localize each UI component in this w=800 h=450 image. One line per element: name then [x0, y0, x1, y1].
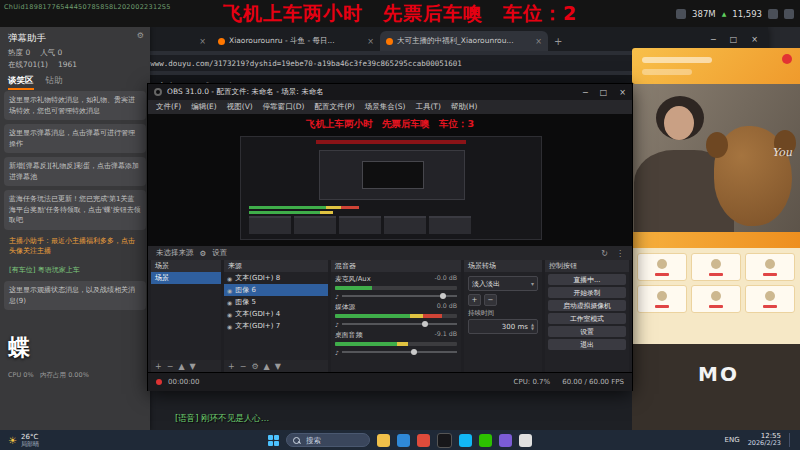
show-desktop-button[interactable] — [789, 433, 792, 447]
sources-dock-header: 来源 — [224, 260, 328, 272]
slider-knob[interactable] — [422, 321, 428, 327]
visibility-eye-icon[interactable]: ◉ — [227, 299, 232, 306]
source-up-icon[interactable]: ▲ — [264, 362, 270, 371]
obs-maximize-button[interactable]: □ — [600, 88, 608, 97]
source-item[interactable]: ◉ 文本(GDI+) 7 — [224, 320, 328, 332]
duration-spinner[interactable]: 300 ms ▲ ▼ — [468, 319, 538, 334]
browser-tab-douyu-home[interactable]: Xiaorourounru - 斗鱼 - 每日... × — [212, 31, 380, 51]
source-item[interactable]: ◉ 图像 5 — [224, 296, 328, 308]
gift-item[interactable] — [691, 285, 741, 313]
menu-view[interactable]: 视图(V) — [227, 102, 253, 112]
obs-close-button[interactable]: × — [619, 88, 626, 97]
promo-banner[interactable] — [632, 48, 800, 84]
taskbar-app-file-explorer[interactable] — [377, 434, 390, 447]
add-scene-icon[interactable]: + — [155, 362, 162, 371]
virtual-camera-button[interactable]: 启动虚拟摄像机 — [548, 300, 626, 311]
menu-help[interactable]: 帮助(H) — [451, 102, 478, 112]
obs-titlebar[interactable]: OBS 31.0.0 - 配置文件: 未命名 - 场景: 未命名 ─ □ × — [148, 84, 632, 100]
visibility-eye-icon[interactable]: ◉ — [227, 287, 232, 294]
taskbar-app-wechat[interactable] — [479, 434, 492, 447]
source-properties-gear-icon[interactable]: ⚙ — [200, 249, 207, 258]
fps-counter: 60.00 / 60.00 FPS — [562, 378, 624, 386]
menu-file[interactable]: 文件(F) — [156, 102, 181, 112]
gift-item[interactable] — [745, 285, 795, 313]
tab-assist[interactable]: 钻助 — [46, 75, 63, 90]
speaker-icon[interactable]: ♪ — [335, 349, 339, 356]
new-tab-button[interactable]: + — [554, 36, 562, 47]
streaming-live-button[interactable]: 直播中... — [548, 274, 626, 285]
remove-source-icon[interactable]: − — [240, 362, 247, 371]
banner-badge — [782, 54, 792, 64]
gift-item[interactable] — [637, 253, 687, 281]
remove-transition-button[interactable]: − — [484, 294, 497, 306]
source-properties-icon[interactable]: ⚙ — [251, 362, 258, 371]
more-icon[interactable]: ⋮ — [616, 249, 624, 258]
taskbar-app-obs-studio[interactable] — [437, 433, 452, 448]
visibility-eye-icon[interactable]: ◉ — [227, 311, 232, 318]
menu-profile[interactable]: 配置文件(P) — [314, 102, 354, 112]
slider-knob[interactable] — [440, 293, 446, 299]
scene-item-selected[interactable]: 场景 — [151, 272, 221, 284]
gift-item[interactable] — [637, 285, 687, 313]
source-down-icon[interactable]: ▼ — [275, 362, 281, 371]
remove-scene-icon[interactable]: − — [167, 362, 174, 371]
butterfly-task-button[interactable]: 蝶 — [8, 333, 30, 363]
taskbar-clock[interactable]: 12:55 2026/2/23 — [748, 432, 781, 448]
gift-item[interactable] — [691, 253, 741, 281]
notice-message: 新增[弹幕反][礼物反]彩蛋，点击弹幕添加进弹幕池 — [4, 157, 146, 186]
taskbar-app-edge-browser[interactable] — [397, 434, 410, 447]
scene-up-icon[interactable]: ▲ — [178, 362, 184, 371]
spin-down-icon[interactable]: ▼ — [531, 327, 534, 331]
scene-down-icon[interactable]: ▼ — [190, 362, 196, 371]
gift-item[interactable] — [745, 253, 795, 281]
browser-maximize-button[interactable]: □ — [730, 35, 738, 44]
add-source-icon[interactable]: + — [228, 362, 235, 371]
visibility-eye-icon[interactable]: ◉ — [227, 323, 232, 330]
menu-docks[interactable]: 停靠窗口(D) — [263, 102, 305, 112]
tab-close-icon[interactable]: × — [199, 37, 206, 46]
browser-minimize-button[interactable]: ─ — [711, 35, 716, 44]
start-button[interactable] — [268, 435, 279, 446]
menu-edit[interactable]: 编辑(E) — [191, 102, 217, 112]
taskbar-app-chrome-browser[interactable] — [417, 434, 430, 447]
taskbar-search[interactable] — [286, 433, 370, 447]
volume-slider[interactable]: ♪ — [335, 320, 457, 328]
visibility-eye-icon[interactable]: ◉ — [227, 275, 232, 282]
taskbar-app-qq[interactable] — [459, 434, 472, 447]
source-item-selected[interactable]: ◉ 图像 6 — [224, 284, 328, 296]
slider-knob[interactable] — [411, 349, 417, 355]
address-bar[interactable]: ☆ — [92, 55, 724, 71]
obs-minimize-button[interactable]: ─ — [583, 88, 588, 97]
taskbar-app-game-launcher[interactable] — [499, 434, 512, 447]
volume-slider[interactable]: ♪ — [335, 348, 457, 356]
taskbar-app-notes[interactable] — [519, 434, 532, 447]
undo-icon[interactable]: ↻ — [601, 249, 608, 258]
tab-close-icon[interactable]: × — [367, 37, 374, 46]
speaker-icon[interactable]: ♪ — [335, 321, 339, 328]
settings-button[interactable]: 设置 — [548, 326, 626, 337]
start-recording-button[interactable]: 开始录制 — [548, 287, 626, 298]
browser-tab-douyu-room[interactable]: 大可主播的中福利_Xiaorounrou... × — [380, 31, 548, 51]
menu-tools[interactable]: 工具(T) — [415, 102, 440, 112]
url-input[interactable] — [112, 58, 702, 69]
source-item[interactable]: ◉ 文本(GDI+) 8 — [224, 272, 328, 284]
danmu-settings-icon[interactable]: ⚙ — [137, 31, 144, 40]
nested-dock — [429, 216, 471, 234]
transition-type-select[interactable]: 淡入淡出 ▾ — [468, 276, 538, 291]
tab-close-icon[interactable]: × — [535, 37, 542, 46]
speaker-icon[interactable]: ♪ — [335, 293, 339, 300]
exit-button[interactable]: 退出 — [548, 339, 626, 350]
tab-chat[interactable]: 谈笑区 — [8, 75, 34, 90]
volume-slider[interactable]: ♪ — [335, 292, 457, 300]
search-input[interactable] — [304, 435, 358, 446]
add-transition-button[interactable]: + — [468, 294, 481, 306]
obs-preview-canvas[interactable]: 飞机上车两小时 先票后车噢 车位：3 — [148, 114, 632, 246]
language-indicator[interactable]: ENG — [725, 436, 740, 444]
studio-mode-button[interactable]: 工作室模式 — [548, 313, 626, 324]
source-item[interactable]: ◉ 文本(GDI+) 4 — [224, 308, 328, 320]
browser-close-button[interactable]: × — [751, 35, 758, 44]
source-settings-label[interactable]: 设置 — [212, 248, 227, 258]
spinner-arrows[interactable]: ▲ ▼ — [531, 323, 534, 331]
weather-widget[interactable]: ☀ 26°C 局部晴 — [0, 433, 47, 448]
menu-scene-collection[interactable]: 场景集合(S) — [365, 102, 406, 112]
